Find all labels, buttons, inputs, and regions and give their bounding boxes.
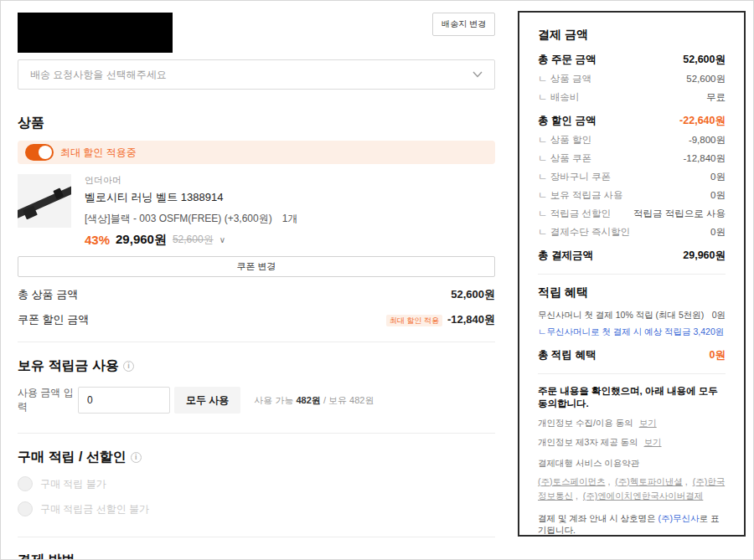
summary-title: 결제 금액: [538, 28, 726, 43]
pg-separator: ,: [685, 476, 688, 486]
sub-row-value: -12,840원: [683, 152, 726, 165]
product-quantity: 1개: [282, 213, 298, 224]
points-amount-input[interactable]: [78, 387, 170, 414]
product-info: 언더아머 벨로시티 러닝 벨트 1388914 [색상]블랙 - 003 OSF…: [85, 174, 297, 248]
payment-section-title: 결제 방법: [18, 552, 495, 560]
product-total-row: 총 상품 금액 52,600원: [18, 287, 495, 302]
payment-summary-panel: 결제 금액 총 주문 금액 52,600원 ㄴ 상품 금액 52,600원 ㄴ …: [518, 11, 746, 537]
order-total-value: 52,600원: [683, 53, 726, 67]
sub-row-label: ㄴ 보유 적립금 사용: [538, 189, 623, 202]
coupon-discount-value: 최대 할인 적용-12,840원: [386, 312, 495, 327]
pg-company-link[interactable]: (주)헥토파이낸셜: [615, 476, 683, 486]
rewards-title: 적립 혜택: [538, 285, 726, 301]
sub-row-value: -9,800원: [689, 134, 726, 146]
order-total-row: 총 주문 금액 52,600원: [538, 53, 726, 67]
reward-row: 무신사머니 첫 결제 10% 적립 (최대 5천원) 0원: [538, 310, 726, 321]
product-item: 언더아머 벨로시티 러닝 벨트 1388914 [색상]블랙 - 003 OSF…: [18, 174, 495, 248]
info-icon[interactable]: i: [123, 361, 134, 372]
payment-total-row: 총 결제금액 29,960원: [538, 249, 726, 263]
product-brand: 언더아머: [85, 174, 297, 187]
change-address-button[interactable]: 배송지 변경: [432, 13, 495, 36]
delivery-request-select[interactable]: 배송 요청사항을 선택해주세요: [18, 59, 495, 90]
discount-total-label: 총 할인 금액: [538, 114, 596, 128]
change-coupon-button[interactable]: 쿠폰 변경: [18, 256, 495, 277]
sub-row-value: 52,600원: [686, 73, 726, 85]
product-option-text: [색상]블랙 - 003 OSFM(FREE) (+3,600원): [85, 213, 272, 224]
payment-total-label: 총 결제금액: [538, 249, 593, 263]
purchase-option-label: 구매 적립금 선할인 불가: [40, 502, 149, 516]
sub-row-label: ㄴ 상품 금액: [538, 73, 591, 85]
pg-terms-title: 결제대행 서비스 이용약관: [538, 458, 726, 470]
reward-note-link[interactable]: ㄴ무신사머니로 첫 결제 시 예상 적립금 3,420원: [538, 326, 726, 338]
product-total-value: 52,600원: [451, 287, 495, 302]
agreement-section: 주문 내용을 확인했으며, 아래 내용에 모두 동의합니다. 개인정보 수집/이…: [538, 373, 726, 537]
section-divider: [18, 342, 495, 342]
discount-rate: 43%: [85, 233, 110, 247]
product-section-title: 상품: [18, 115, 495, 132]
summary-sub-row: ㄴ 상품 할인-9,800원: [538, 134, 726, 146]
sub-row-label: ㄴ 배송비: [538, 91, 579, 104]
product-image[interactable]: [18, 174, 71, 228]
sub-row-value: 0원: [710, 189, 726, 202]
product-price-row: 43% 29,960원 52,600원 ∨: [85, 232, 297, 248]
info-icon[interactable]: i: [131, 452, 142, 463]
original-price: 52,600원: [173, 233, 214, 247]
pg-company-link[interactable]: (주)엔에이치엔한국사이버결제: [583, 491, 704, 501]
sub-row-value: 적립금 적립으로 사용: [633, 208, 726, 220]
expand-price-chevron-icon[interactable]: ∨: [219, 235, 225, 244]
summary-sub-row: ㄴ 배송비 무료: [538, 91, 726, 104]
order-form-column: 배송지 변경 배송 요청사항을 선택해주세요 상품 최대 할인 적용중 언더아머…: [18, 1, 495, 560]
section-divider: [18, 433, 495, 434]
summary-sub-row: ㄴ 상품 금액 52,600원: [538, 73, 726, 85]
order-total-label: 총 주문 금액: [538, 53, 596, 67]
rewards-total-value: 0원: [710, 348, 726, 362]
pg-separator: ,: [608, 476, 611, 486]
sub-row-value: 0원: [710, 171, 726, 183]
coupon-discount-row: 쿠폰 할인 금액 최대 할인 적용-12,840원: [18, 312, 495, 327]
summary-sub-row: ㄴ 적립금 선할인적립금 적립으로 사용: [538, 208, 726, 220]
product-name: 벨로시티 러닝 벨트 1388914: [85, 190, 297, 205]
max-discount-label: 최대 할인 적용중: [60, 146, 137, 160]
max-discount-toggle[interactable]: [25, 144, 54, 161]
sub-row-label: ㄴ 적립금 선할인: [538, 208, 611, 220]
rewards-section: 적립 혜택 무신사머니 첫 결제 10% 적립 (최대 5천원) 0원 ㄴ무신사…: [538, 274, 726, 362]
belt-product-image: [18, 174, 71, 228]
discount-total-value: -22,640원: [679, 114, 726, 128]
use-all-points-button[interactable]: 모두 사용: [174, 387, 240, 414]
company-name-note: 결제 및 계좌 안내 시 상호명은 (주)무신사로 표기됩니다.: [538, 513, 726, 537]
product-option: [색상]블랙 - 003 OSFM(FREE) (+3,600원)1개: [85, 212, 297, 226]
discount-total-row: 총 할인 금액 -22,640원: [538, 114, 726, 128]
redacted-address-block: [18, 13, 173, 53]
coupon-discount-amount: -12,840원: [447, 313, 495, 326]
sub-row-label: ㄴ 상품 할인: [538, 134, 591, 146]
pg-separator: ,: [576, 491, 578, 501]
agreement-label: 개인정보 제3자 제공 동의: [538, 437, 638, 447]
sub-row-label: ㄴ 장바구니 쿠폰: [538, 171, 611, 183]
points-available-text: 사용 가능 482원 / 보유 482원: [254, 394, 374, 407]
checkout-page: 배송지 변경 배송 요청사항을 선택해주세요 상품 최대 할인 적용중 언더아머…: [0, 0, 754, 560]
pg-companies: (주)토스페이먼츠, (주)헥토파이낸셜, (주)한국정보통신, (주)엔에이치…: [538, 475, 726, 504]
view-terms-link[interactable]: 보기: [644, 437, 662, 447]
summary-sub-row: ㄴ 상품 쿠폰-12,840원: [538, 152, 726, 165]
rewards-total-row: 총 적립 혜택 0원: [538, 348, 726, 362]
chevron-down-icon: [473, 71, 483, 78]
reward-label: 무신사머니 첫 결제 10% 적립 (최대 5천원): [538, 310, 704, 321]
sub-row-label: ㄴ 상품 쿠폰: [538, 152, 591, 165]
reward-value: 0원: [712, 310, 726, 321]
points-available-value: 482원: [296, 395, 320, 405]
musinsa-company-link[interactable]: (주)무신사: [658, 513, 700, 523]
sale-price: 29,960원: [116, 232, 167, 248]
delivery-request-placeholder: 배송 요청사항을 선택해주세요: [30, 68, 167, 82]
purchase-option-row: 구매 적립 불가: [18, 476, 495, 491]
radio-button[interactable]: [18, 476, 33, 491]
radio-button[interactable]: [18, 501, 33, 516]
coupon-discount-label: 쿠폰 할인 금액: [18, 312, 89, 327]
sub-row-label: ㄴ 결제수단 즉시할인: [538, 226, 630, 239]
sub-row-value: 0원: [710, 226, 726, 239]
purchase-section-title: 구매 적립 / 선할인i: [18, 449, 495, 466]
summary-sub-row: ㄴ 보유 적립금 사용0원: [538, 189, 726, 202]
points-section-title: 보유 적립금 사용i: [18, 357, 495, 375]
purchase-option-label: 구매 적립 불가: [40, 477, 106, 491]
pg-company-link[interactable]: (주)토스페이먼츠: [538, 476, 606, 486]
view-terms-link[interactable]: 보기: [639, 418, 657, 428]
